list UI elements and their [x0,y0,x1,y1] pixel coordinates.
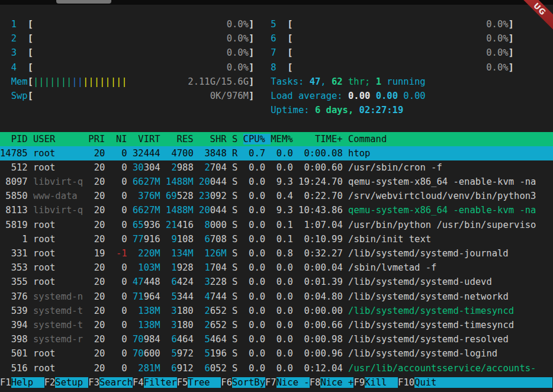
meter-bracket-close: ] [509,62,514,73]
blank-row [0,117,553,131]
meter-bracket-close: ] [249,76,254,87]
cpu-meter-8-value: 0.0% [293,62,509,73]
terminal-screen: UG 1 [ 0.0%] 5 [ 0.0%] 2 [ 0.0%] 6 [ 0.0… [0,0,553,392]
process-row-pid-353[interactable]: 353 root 20 0 103M 1928 1704 S 0.0 0.0 0… [0,261,553,275]
fkey-F4[interactable]: F4Filter [133,377,177,388]
res: 69 [166,191,177,201]
user: systemd-r [33,334,88,345]
fkey-F8[interactable]: F8Nice + [310,377,354,388]
fkey-key-label: F7 [265,377,276,388]
cpu-percent: 0.0 [243,320,265,330]
tab-handle [56,0,111,4]
time-plus: 0:00.96 [298,348,343,359]
meter-bracket-open: [ [28,47,33,58]
process-row-pid-376[interactable]: 376 systemd-n 20 0 71964 5344 4744 S 0.0… [0,290,553,304]
fkey-action-label: Nice - [276,377,310,388]
priority: 20 [88,277,105,287]
nice: 0 [111,348,127,359]
nice: 0 [111,205,127,216]
shr: 1 [204,262,210,273]
priority: 20 [88,162,105,173]
process-row-pid-5850[interactable]: 5850 www-data 20 0 376M 69528 23092 S 0.… [0,189,553,203]
meter-bracket-open: [ [28,62,33,73]
fkey-F10[interactable]: F10Quit [398,377,552,388]
process-row-pid-14785[interactable]: 14785 root 20 0 32444 4700 3848 R 0.7 0.… [0,146,553,160]
fkey-action-label: Nice + [320,377,353,388]
uptime-time: 02:27:19 [359,105,404,115]
fkey-F7[interactable]: F7Nice - [265,377,310,388]
nice: 0 [111,234,127,245]
process-row-pid-1[interactable]: 1 root 20 0 77916 9108 6708 S 0.0 0.1 0:… [0,232,553,246]
user: systemd-n [33,291,88,302]
user: root [33,248,88,259]
process-row-pid-394[interactable]: 394 systemd-t 20 0 138M 3180 2652 S 0.0 … [0,318,553,332]
priority: 20 [88,291,105,302]
state: S [232,191,237,201]
command: /usr/sbin/cron -f [348,162,442,173]
virt: 65 [133,220,144,230]
fkey-F5[interactable]: F5Tree [177,377,221,388]
process-row-pid-512[interactable]: 512 root 20 0 30304 2988 2704 S 0.0 0.0 … [0,160,553,175]
res: 9 [171,234,176,245]
fkey-action-label: Search [99,377,133,388]
shr: 5 [204,348,210,359]
pid: 1 [0,234,28,245]
mem-percent: 0.1 [271,234,292,245]
process-row-pid-355[interactable]: 355 root 20 0 47448 6424 3228 S 0.0 0.0 … [0,275,553,289]
nice: 0 [111,277,127,287]
res: 134M [171,248,193,259]
cpu-meter-1-value: 0.0% [33,19,249,30]
process-row-pid-8113[interactable]: 8113 libvirt-q 20 0 6627M 1488M 20044 S … [0,203,553,217]
res: 1488M [166,205,194,216]
mem-bar-buffers: || [72,76,83,87]
pid: 501 [0,348,28,359]
pid: 516 [0,363,28,374]
virt: 103M [138,262,160,273]
user: systemd-t [33,306,88,316]
fkey-F2[interactable]: F2Setup [44,377,89,388]
shr: 126M [204,248,226,259]
fkey-F3[interactable]: F3Search [88,377,133,388]
res: 6 [171,277,176,287]
fkey-key-label: F1 [0,377,11,388]
process-row-pid-5819[interactable]: 5819 root 20 0 65936 21416 8000 S 0.0 0.… [0,218,553,232]
mem-percent: 0.0 [271,306,292,316]
virt: 6627M [133,176,160,187]
state: S [232,363,237,374]
uptime-row: Uptime: 6 days, 02:27:19 [0,103,553,117]
cpu-meter-5-label: 5 [271,19,287,30]
user: root [33,348,88,359]
process-row-pid-539[interactable]: 539 systemd-t 20 0 138M 3180 2652 S 0.0 … [0,304,553,318]
process-row-pid-331[interactable]: 331 root 19 -1 220M 134M 126M S 0.0 0.8 … [0,246,553,261]
fkey-F1[interactable]: F1Help [0,377,44,388]
pid: 8097 [0,176,28,187]
process-row-pid-516[interactable]: 516 root 20 0 281M 6912 6052 S 0.0 0.0 0… [0,361,553,375]
fkey-key-label: F4 [133,377,144,388]
virt: 376M [138,191,160,201]
time-plus: 0:04.80 [298,291,343,302]
process-row-pid-8097[interactable]: 8097 libvirt-q 20 0 6627M 1488M 20044 S … [0,175,553,189]
mem-bar-cache: |||||||| [83,76,127,87]
mem-percent: 0.0 [271,291,292,302]
cpu-percent: 0.0 [243,191,265,201]
command: /usr/bin/python /usr/bin/superviso [348,220,536,230]
fkey-action-label: Quit [414,377,552,388]
cpu-meters-row-2: 2 [ 0.0%] 6 [ 0.0%] [0,31,553,46]
res: 1488M [166,176,194,187]
table-header-left[interactable]: PID USER PRI NI VIRT RES SHR S [0,134,243,144]
table-header-right[interactable]: MEM% TIME+ Command [271,134,552,144]
shr: 2 [204,320,210,330]
shr: 23 [199,191,210,201]
command: /lib/systemd/systemd-timesyncd [348,320,514,330]
fkey-F6[interactable]: F6SortBy [221,377,265,388]
htop-terminal: 1 [ 0.0%] 5 [ 0.0%] 2 [ 0.0%] 6 [ 0.0%] … [0,17,553,390]
command: /lib/systemd/systemd-udevd [348,277,492,287]
cpu-meter-1-label: 1 [11,19,28,30]
fkey-F9[interactable]: F9Kill [353,377,398,388]
fkey-key-label: F9 [353,377,365,388]
process-row-pid-501[interactable]: 501 root 20 0 70600 5972 5196 S 0.0 0.0 … [0,346,553,361]
mem-percent: 9.3 [271,205,292,216]
process-row-pid-398[interactable]: 398 systemd-r 20 0 70984 6464 5464 S 0.0… [0,332,553,346]
tasks-thread-count: 62 [332,76,343,87]
table-header-sort-cpu[interactable]: CPU% [243,134,271,144]
